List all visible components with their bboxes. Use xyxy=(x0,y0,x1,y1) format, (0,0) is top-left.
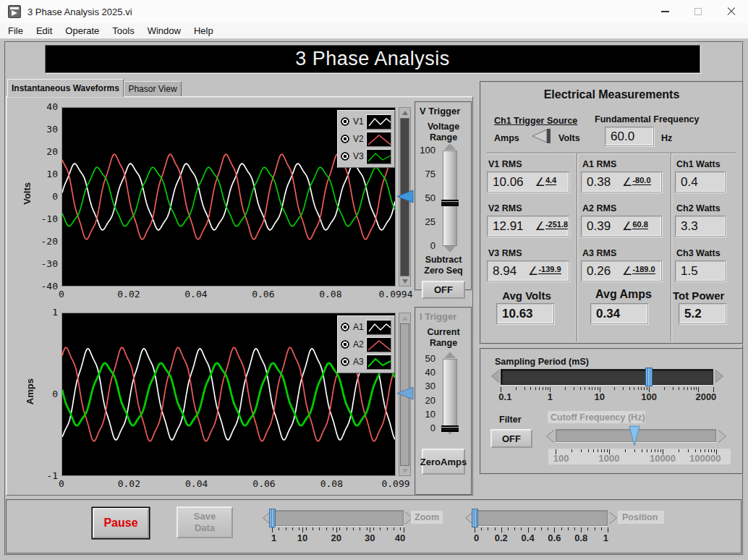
cutoff-frequency-label: Cutoff Frequency (Hz) xyxy=(551,412,645,423)
zoom-scale-ticks xyxy=(272,527,404,533)
avg-amps-display: 0.34 xyxy=(590,303,648,324)
i-trigger-level-cursor[interactable] xyxy=(395,386,415,401)
position-scale-ticks xyxy=(475,527,608,533)
tab-page xyxy=(6,96,473,496)
legend-item-v3[interactable]: V3 xyxy=(341,148,391,165)
sampling-slider-handle[interactable] xyxy=(645,368,653,386)
cutoff-slider-handle xyxy=(628,425,641,448)
filter-off-button[interactable]: OFF xyxy=(490,429,532,448)
cutoff-scale-labels: 100100010000100000 xyxy=(556,453,716,463)
save-data-button[interactable]: Save Data xyxy=(177,506,233,538)
scale-label: 0.8 xyxy=(574,533,587,543)
v1-legend-label: V1 xyxy=(353,116,366,127)
menu-tools[interactable]: Tools xyxy=(106,25,140,36)
hz-unit-label: Hz xyxy=(661,133,672,143)
scale-label: 0 xyxy=(474,533,479,543)
v1-line-sample-icon[interactable] xyxy=(366,114,391,130)
a3-line-sample-icon[interactable] xyxy=(366,355,391,370)
a1-rms-display: 0.38∠-80.0 xyxy=(581,171,662,192)
zoom-slider-handle[interactable] xyxy=(269,509,276,527)
a2-line-sample-icon[interactable] xyxy=(366,337,391,352)
cutoff-left-arrow-icon xyxy=(547,430,555,443)
scale-label: 40 xyxy=(395,533,405,543)
v2-legend-label: V2 xyxy=(353,134,366,144)
trigger-source-switch[interactable] xyxy=(528,128,556,144)
sampling-right-arrow-icon[interactable] xyxy=(715,370,723,383)
position-label: Position xyxy=(622,512,658,522)
maximize-button[interactable] xyxy=(681,0,715,23)
a3-rms-display: 0.26∠-189.0 xyxy=(581,260,662,281)
tab-instantaneous-waveforms[interactable]: Instantaneous Waveforms xyxy=(7,79,124,97)
sampling-slider-track[interactable] xyxy=(501,369,713,385)
avg-volts-display: 10.63 xyxy=(496,303,554,324)
scale-label: 2000 xyxy=(695,391,716,402)
v2-rms-label: V2 RMS xyxy=(488,203,522,213)
zoom-label: Zoom xyxy=(415,512,439,522)
scale-label: 20 xyxy=(331,533,341,543)
a1-visibility-radio-icon[interactable] xyxy=(341,323,349,331)
v1-rms-display: 10.06∠4.4 xyxy=(487,171,569,192)
trigger-source-amps-option[interactable]: Amps xyxy=(494,133,519,143)
close-button[interactable] xyxy=(715,0,748,23)
title-bar: 3 Phase Analysis 2025.vi xyxy=(0,0,748,23)
v3-rms-display: 8.94∠-139.9 xyxy=(487,260,569,281)
legend-item-a3[interactable]: A3 xyxy=(341,353,391,370)
scale-label: 1 xyxy=(271,533,276,543)
v3-rms-label: V3 RMS xyxy=(488,248,522,258)
a3-visibility-radio-icon[interactable] xyxy=(341,357,349,366)
legend-item-a2[interactable]: A2 xyxy=(341,336,391,353)
position-slider-track[interactable] xyxy=(475,510,608,526)
ch2-watts-label: Ch2 Watts xyxy=(676,203,721,213)
scale-label: 30 xyxy=(365,533,375,543)
position-right-arrow-icon[interactable] xyxy=(608,512,616,525)
app-banner: 3 Phase Analysis xyxy=(45,45,700,73)
scale-label: 0.1 xyxy=(498,391,511,402)
ch1-watts-display: 0.4 xyxy=(675,171,726,192)
zoom-slider-track[interactable] xyxy=(272,510,404,526)
ch1-watts-label: Ch1 Watts xyxy=(676,159,721,169)
close-icon xyxy=(727,7,736,16)
scale-label: 1 xyxy=(603,533,608,543)
maximize-icon xyxy=(694,8,702,15)
menu-edit[interactable]: Edit xyxy=(30,25,59,36)
scale-label: 100 xyxy=(553,453,569,464)
v-trigger-level-cursor[interactable] xyxy=(395,189,415,204)
zoom-scale-labels: 110203040 xyxy=(272,533,404,543)
trigger-source-volts-option[interactable]: Volts xyxy=(558,133,580,143)
menu-window[interactable]: Window xyxy=(141,25,187,36)
angle-icon: ∠-189.0 xyxy=(622,264,655,278)
sampling-period-label: Sampling Period (mS) xyxy=(495,357,589,367)
menu-help[interactable]: Help xyxy=(187,25,220,36)
position-slider-handle[interactable] xyxy=(472,509,478,527)
v2-rms-display: 12.91∠-251.8 xyxy=(487,216,569,237)
legend-item-a1[interactable]: A1 xyxy=(341,318,391,336)
ch3-watts-label: Ch3 Watts xyxy=(676,248,721,258)
menu-file[interactable]: File xyxy=(1,25,30,36)
sampling-left-arrow-icon[interactable] xyxy=(492,370,500,383)
menu-bar: File Edit Operate Tools Window Help xyxy=(0,23,748,39)
ch2-watts-display: 3.3 xyxy=(675,216,726,237)
scale-label: 0.6 xyxy=(548,533,561,543)
legend-item-v2[interactable]: V2 xyxy=(341,130,391,148)
a1-line-sample-icon[interactable] xyxy=(366,320,391,335)
scale-label: 100000 xyxy=(689,453,721,464)
column-divider-1 xyxy=(577,153,577,341)
scale-label: 10000 xyxy=(650,453,676,464)
v3-line-sample-icon[interactable] xyxy=(366,149,391,164)
v1-rms-label: V1 RMS xyxy=(488,159,522,169)
v3-visibility-radio-icon[interactable] xyxy=(341,152,349,161)
v2-line-sample-icon[interactable] xyxy=(366,132,391,147)
a2-visibility-radio-icon[interactable] xyxy=(341,340,349,349)
tab-phasor-view[interactable]: Phasor View xyxy=(124,81,182,96)
legend-item-v1[interactable]: V1 xyxy=(341,113,391,130)
angle-icon: ∠60.8 xyxy=(622,219,648,233)
v1-visibility-radio-icon[interactable] xyxy=(341,117,349,126)
a1-rms-label: A1 RMS xyxy=(582,159,616,169)
pause-button[interactable]: Pause xyxy=(93,508,149,538)
angle-icon: ∠-80.0 xyxy=(622,175,650,189)
v2-visibility-radio-icon[interactable] xyxy=(341,135,349,143)
menu-operate[interactable]: Operate xyxy=(59,25,106,36)
avg-amps-label: Avg Amps xyxy=(577,288,670,301)
tot-power-label: Tot Power xyxy=(673,289,738,302)
minimize-button[interactable] xyxy=(648,0,681,23)
